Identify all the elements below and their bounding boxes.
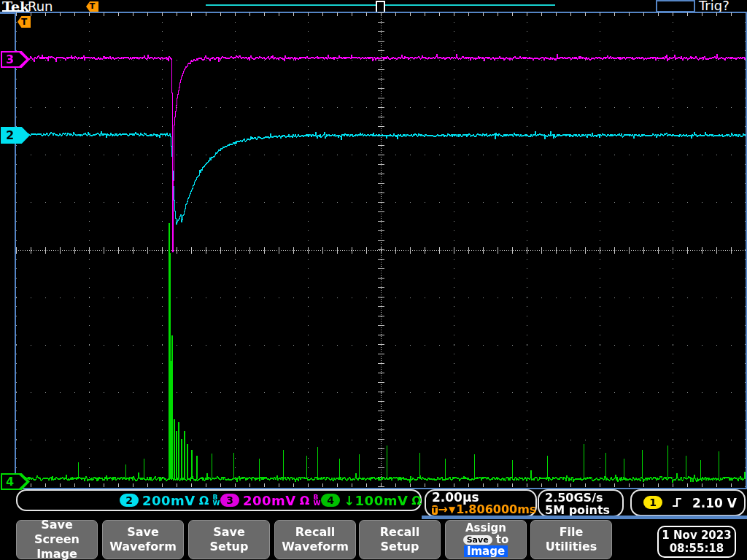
save-setup-button[interactable]: SaveSetup: [188, 520, 270, 559]
assign-save-to-image-button[interactable]: Assign Save to Image: [445, 520, 527, 559]
waveform-canvas: [16, 12, 746, 487]
recall-waveform-button[interactable]: RecallWaveform: [274, 520, 356, 559]
channel3-scale: 200mV: [243, 493, 296, 508]
channel2-marker-shape: [1, 127, 30, 144]
channel3-marker-label: 3: [6, 52, 14, 67]
trigger-source-badge: 1: [643, 496, 662, 509]
channel2-coupling-icon: Ω: [199, 494, 209, 508]
channel4-readout[interactable]: 4 ↓100mV Ω BW: [321, 493, 433, 508]
channel4-badge: 4: [321, 494, 340, 507]
channel3-coupling-icon: Ω: [300, 494, 310, 508]
channel3-bandwidth-icon: BW: [313, 494, 320, 506]
rising-edge-icon: [671, 496, 683, 509]
channel2-scale: 200mV: [142, 493, 196, 508]
oscilloscope-screen: Tek Run T Trig? T 3 2 4 2 200mV Ω BW 3 2…: [0, 0, 747, 560]
channel-readouts-box: 2 200mV Ω BW 3 200mV Ω BW 4 ↓100mV Ω BW: [16, 489, 422, 511]
channel2-marker-label: 2: [6, 128, 14, 143]
file-utilities-button[interactable]: FileUtilities: [530, 520, 612, 559]
sample-rate: 2.50GS/s: [545, 491, 622, 504]
trigger-t-chip-icon: T: [432, 505, 438, 515]
horizontal-readout[interactable]: 2.00µs T→▼1.806000ms: [425, 489, 537, 517]
trigger-level: 2.10 V: [692, 496, 737, 510]
date-label: 1 Nov 2023: [659, 529, 735, 542]
trigger-delay-readout: T→▼1.806000ms: [432, 504, 535, 516]
time-label: 08:55:18: [659, 542, 735, 555]
channel3-readout[interactable]: 3 200mV Ω BW: [220, 493, 320, 508]
bottom-separator: [422, 516, 747, 519]
channel4-position-marker[interactable]: 4: [1, 473, 30, 490]
record-length: 5M points: [545, 504, 622, 516]
channel2-position-marker[interactable]: 2: [1, 127, 30, 144]
record-trigger-t-icon: T: [86, 1, 98, 12]
channel2-readout[interactable]: 2 200mV Ω BW: [120, 493, 220, 508]
acquisition-readout[interactable]: 2.50GS/s 5M points: [538, 489, 624, 517]
channel4-marker-shape: [1, 473, 30, 490]
assign-target-highlight: Image: [464, 545, 508, 557]
save-chip-icon: Save: [463, 535, 492, 545]
trigger-indicator-box: [656, 0, 695, 12]
channel3-position-marker[interactable]: 3: [1, 51, 30, 68]
channel3-badge: 3: [220, 494, 239, 507]
channel4-marker-label: 4: [6, 474, 14, 489]
channel2-bandwidth-icon: BW: [212, 494, 220, 506]
channel3-marker-shape: [1, 51, 30, 68]
save-waveform-button[interactable]: SaveWaveform: [102, 520, 184, 559]
trigger-readout[interactable]: 1 2.10 V: [630, 489, 746, 516]
channel2-badge: 2: [120, 494, 139, 507]
channel4-coupling-icon: Ω: [411, 494, 422, 508]
datetime-display: 1 Nov 2023 08:55:18: [657, 526, 736, 558]
recall-setup-button[interactable]: RecallSetup: [359, 520, 441, 559]
save-screen-image-button[interactable]: SaveScreen Image: [16, 520, 98, 559]
delay-marker-icon: ▼: [449, 504, 455, 516]
channel4-scale: ↓100mV: [344, 493, 408, 508]
